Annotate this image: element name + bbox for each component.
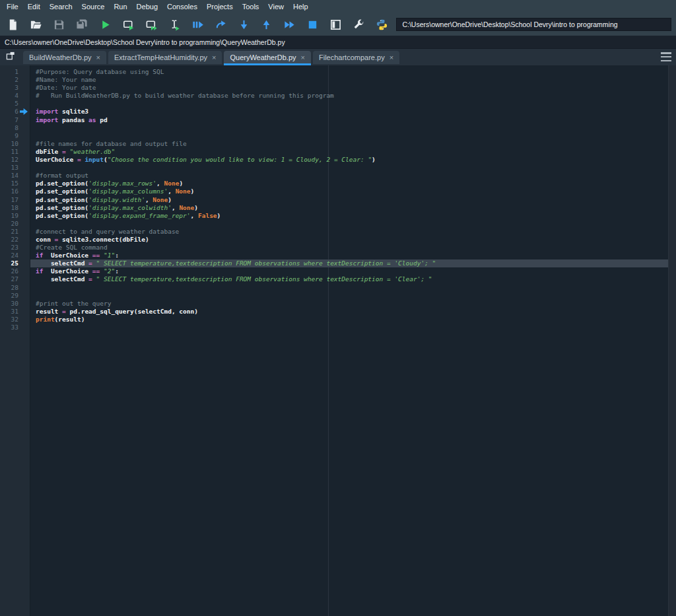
step-return-button[interactable]: [258, 16, 275, 33]
python-button[interactable]: [374, 16, 391, 33]
menu-edit[interactable]: Edit: [23, 1, 45, 13]
line-number[interactable]: 22: [11, 236, 18, 244]
line-number[interactable]: 20: [11, 220, 18, 228]
code-line: 14#format output: [0, 172, 668, 180]
code-text: [30, 164, 668, 172]
new-file-button[interactable]: [5, 16, 22, 33]
line-number[interactable]: 30: [11, 300, 18, 308]
line-number[interactable]: 2: [15, 76, 18, 84]
code-editor[interactable]: 1#Purpose: Query database using SQL2#Nam…: [0, 65, 676, 616]
line-number[interactable]: 18: [11, 204, 18, 212]
line-number[interactable]: 31: [11, 308, 18, 316]
line-number[interactable]: 25: [11, 259, 18, 267]
line-number[interactable]: 17: [11, 196, 18, 204]
menu-debug[interactable]: Debug: [132, 1, 162, 13]
code-text: pd.set_option('display.max_rows', None): [30, 180, 668, 188]
line-number[interactable]: 33: [11, 324, 18, 331]
code-line: 15pd.set_option('display.max_rows', None…: [0, 180, 668, 188]
menu-consoles[interactable]: Consoles: [162, 1, 202, 13]
python-icon: [376, 18, 388, 31]
maximize-pane-icon: [329, 18, 342, 31]
code-line: 3#Date: Your date: [0, 84, 668, 92]
line-number[interactable]: 15: [11, 180, 18, 188]
run-selection-button[interactable]: [166, 16, 183, 33]
step-into-icon: [238, 18, 250, 31]
code-line: 11dbFile = "weather.db": [0, 148, 668, 156]
menu-help[interactable]: Help: [288, 1, 313, 13]
run-cell-button[interactable]: [120, 16, 137, 33]
tab-buildweatherdb-py[interactable]: BuildWeatherDb.py×: [23, 51, 106, 64]
run-cell-advance-button[interactable]: [143, 16, 160, 33]
line-number[interactable]: 13: [11, 164, 18, 172]
preferences-button[interactable]: [351, 16, 368, 33]
debug-button[interactable]: [189, 16, 206, 33]
line-number[interactable]: 14: [11, 172, 18, 180]
line-number[interactable]: 29: [11, 292, 18, 300]
line-number[interactable]: 12: [11, 156, 18, 164]
code-line: 6import sqlite3: [0, 108, 668, 116]
line-number[interactable]: 6: [15, 108, 18, 116]
tab-filechartcompare-py[interactable]: Filechartcompare.py×: [313, 51, 399, 64]
code-line: 23#Create SQL command: [0, 244, 668, 252]
step-over-button[interactable]: [212, 16, 229, 33]
line-number[interactable]: 21: [11, 228, 18, 236]
line-number[interactable]: 8: [15, 124, 18, 132]
tab-label: QueryWeatherDb.py: [230, 53, 296, 61]
code-line: 20: [0, 220, 668, 228]
close-tab-icon[interactable]: ×: [389, 54, 393, 61]
tab-label: BuildWeatherDb.py: [29, 53, 92, 61]
code-text: #Purpose: Query database using SQL: [30, 68, 668, 76]
menu-view[interactable]: View: [263, 1, 288, 13]
code-text: pd.set_option('display.expand_frame_repr…: [30, 212, 668, 220]
working-directory-input[interactable]: [396, 18, 671, 31]
tab-queryweatherdb-py[interactable]: QueryWeatherDb.py×: [224, 51, 311, 64]
line-number[interactable]: 5: [15, 100, 18, 108]
line-number[interactable]: 7: [15, 116, 18, 124]
browse-tabs-button[interactable]: [3, 50, 18, 63]
line-number[interactable]: 1: [15, 68, 18, 76]
menu-bar: FileEditSearchSourceRunDebugConsolesProj…: [0, 0, 676, 13]
code-line: 18pd.set_option('display.max_colwidth', …: [0, 204, 668, 212]
menu-projects[interactable]: Projects: [202, 1, 238, 13]
code-line: 22conn = sqlite3.connect(dbFile): [0, 236, 668, 244]
run-button[interactable]: [97, 16, 114, 33]
line-number[interactable]: 19: [11, 212, 18, 220]
line-number[interactable]: 32: [11, 316, 18, 324]
line-number[interactable]: 27: [11, 275, 18, 283]
line-number[interactable]: 10: [11, 140, 18, 148]
line-number[interactable]: 23: [11, 244, 18, 252]
save-button[interactable]: [51, 16, 68, 33]
line-number[interactable]: 9: [15, 132, 18, 140]
continue-button[interactable]: [281, 16, 298, 33]
close-tab-icon[interactable]: ×: [301, 54, 305, 61]
line-number[interactable]: 28: [11, 284, 18, 292]
save-all-button[interactable]: [74, 16, 91, 33]
code-line: 2#Name: Your name: [0, 76, 668, 84]
close-tab-icon[interactable]: ×: [96, 54, 100, 61]
tab-extracttempheathumidity-py[interactable]: ExtractTempHeatHumidity.py×: [108, 51, 222, 64]
maximize-pane-button[interactable]: [327, 16, 345, 33]
code-text: result = pd.read_sql_query(selectCmd, co…: [30, 308, 668, 316]
new-file-icon: [7, 18, 19, 31]
close-tab-icon[interactable]: ×: [212, 54, 216, 61]
line-number[interactable]: 3: [15, 84, 18, 92]
stop-button[interactable]: [304, 16, 321, 33]
line-number[interactable]: 16: [11, 188, 18, 195]
menu-source[interactable]: Source: [77, 1, 110, 13]
line-number[interactable]: 4: [15, 92, 18, 100]
code-text: [30, 292, 668, 300]
menu-file[interactable]: File: [2, 1, 23, 13]
code-line: 16pd.set_option('display.max_columns', N…: [0, 188, 668, 195]
breadcrumb: C:\Users\owner\OneDrive\Desktop\School D…: [5, 38, 285, 46]
menu-search[interactable]: Search: [45, 1, 77, 13]
menu-run[interactable]: Run: [109, 1, 131, 13]
code-text: #connect to and query weather database: [30, 228, 668, 236]
code-text: selectCmd = " SELECT temperature,textdes…: [30, 259, 668, 267]
menu-tools[interactable]: Tools: [238, 1, 264, 13]
line-number[interactable]: 26: [11, 267, 18, 275]
options-menu-icon[interactable]: [661, 52, 671, 61]
open-file-button[interactable]: [28, 16, 45, 33]
step-into-button[interactable]: [235, 16, 252, 33]
line-number[interactable]: 24: [11, 252, 18, 259]
line-number[interactable]: 11: [11, 148, 18, 156]
